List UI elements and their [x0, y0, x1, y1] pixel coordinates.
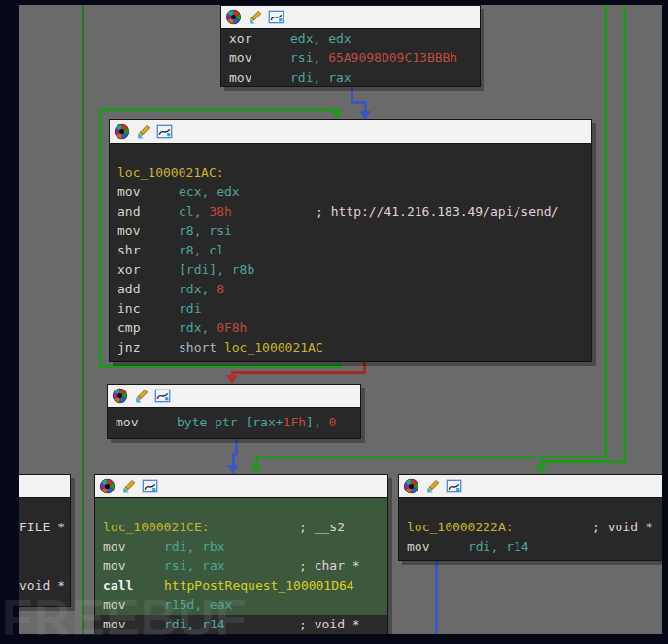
chart-frame-icon[interactable]	[142, 478, 158, 494]
edge-segment	[82, 5, 84, 634]
node-titlebar[interactable]	[221, 6, 480, 29]
asm-operand: ecx, edx	[179, 185, 240, 199]
node-titlebar[interactable]	[95, 475, 387, 498]
asm-mnemonic: and	[117, 202, 179, 221]
color-wheel-icon[interactable]	[403, 478, 419, 494]
asm-line[interactable]: andcl, 38h; http://41.216.183.49/api/sen…	[110, 202, 591, 221]
asm-operand: 8	[217, 282, 224, 296]
edge-segment	[232, 453, 235, 465]
asm-mnemonic: mov	[117, 221, 179, 241]
basic-block-terminate-string[interactable]: movbyte ptr [rax+1Fh], 0	[107, 384, 361, 439]
asm-line[interactable]: movrdi, rax	[221, 68, 480, 87]
asm-line[interactable]: addrdx, 8	[110, 280, 591, 299]
asm-operand: ],	[306, 415, 328, 429]
asm-operand: 0	[329, 415, 337, 429]
edit-icon[interactable]	[247, 9, 263, 25]
asm-comment: ; void *	[299, 615, 360, 634]
node-titlebar[interactable]	[110, 120, 591, 144]
edit-icon[interactable]	[424, 478, 441, 494]
asm-mnemonic: xor	[229, 29, 290, 49]
asm-line[interactable]	[11, 557, 70, 576]
edge-segment	[435, 561, 438, 634]
edge-segment	[540, 460, 625, 463]
asm-mnemonic: inc	[117, 299, 179, 319]
asm-line[interactable]: movrdi, r14	[399, 537, 667, 557]
color-wheel-icon[interactable]	[99, 478, 116, 494]
color-wheel-icon[interactable]	[114, 123, 130, 140]
asm-line[interactable]	[399, 498, 667, 518]
chart-frame-icon[interactable]	[154, 388, 171, 404]
node-titlebar[interactable]	[11, 475, 70, 498]
asm-line[interactable]: cmprdx, 0F8h	[110, 319, 591, 338]
asm-line[interactable]: xoredx, edx	[221, 29, 480, 49]
asm-operand: byte ptr [rax+	[177, 415, 284, 429]
asm-line[interactable]: loc_1000021CE:; __s2	[95, 518, 387, 537]
asm-mnemonic: jnz	[117, 338, 179, 357]
asm-line[interactable]: jnzshort loc_1000021AC	[110, 338, 591, 357]
asm-operand: loc_1000021AC	[224, 340, 323, 355]
asm-line[interactable]: movr15d, eax	[95, 595, 387, 615]
asm-line[interactable]: loc_10000222A:; void *	[399, 518, 667, 537]
asm-mnemonic: call	[103, 576, 164, 595]
asm-mnemonic: mov	[407, 537, 468, 557]
asm-line[interactable]: xor[rdi], r8b	[110, 260, 591, 280]
asm-line[interactable]: movrdi, r14; void *	[95, 615, 387, 634]
asm-line[interactable]: movrsi, rax; char *	[95, 557, 387, 576]
asm-line[interactable]: shrr8, cl	[110, 241, 591, 260]
asm-line[interactable]: FILE *	[11, 518, 70, 537]
asm-line[interactable]: movr8, rsi	[110, 221, 591, 241]
node-titlebar[interactable]	[399, 475, 667, 498]
chart-frame-icon[interactable]	[156, 123, 173, 140]
node-body: loc_10000222A:; void *movrdi, r14	[399, 498, 667, 557]
basic-block-decode-loop[interactable]: loc_1000021AC:movecx, edxandcl, 38h; htt…	[109, 119, 592, 362]
asm-line[interactable]: movrsi, 65A9098D09C13BBBh	[221, 49, 480, 68]
edit-icon[interactable]	[135, 123, 151, 140]
asm-mnemonic: mov	[103, 537, 164, 557]
edge-arrow	[250, 465, 262, 474]
asm-mnemonic: cmp	[117, 319, 179, 338]
edge-segment	[604, 5, 607, 458]
color-wheel-icon[interactable]	[112, 388, 128, 404]
edit-icon[interactable]	[133, 388, 150, 404]
edge-segment	[255, 456, 258, 465]
asm-line[interactable]: loc_1000021AC:	[110, 163, 591, 183]
asm-line[interactable]: movrdi, rbx	[95, 537, 387, 557]
edge-segment	[99, 108, 102, 368]
asm-operand: rdi, r14	[164, 617, 225, 631]
asm-operand: rdi	[179, 301, 201, 316]
asm-line[interactable]	[11, 537, 70, 557]
chart-frame-icon[interactable]	[268, 9, 284, 25]
color-wheel-icon[interactable]	[225, 9, 242, 25]
asm-mnemonic: mov	[103, 615, 164, 634]
basic-block-xor-seed[interactable]: xoredx, edxmovrsi, 65A9098D09C13BBBhmovr…	[220, 5, 481, 87]
asm-mnemonic: add	[117, 280, 179, 299]
node-body: loc_1000021AC:movecx, edxandcl, 38h; htt…	[110, 144, 591, 357]
asm-operand: rsi, rax	[164, 559, 225, 573]
basic-block-free-path[interactable]: loc_10000222A:; void *movrdi, r14	[398, 474, 668, 561]
asm-line[interactable]: void *	[11, 576, 70, 595]
asm-line[interactable]	[95, 498, 387, 518]
edge-segment	[99, 365, 341, 368]
asm-line[interactable]: callhttpPostRequest_100001D64	[95, 576, 387, 595]
asm-operand: 1Fh	[284, 415, 306, 429]
chart-frame-icon[interactable]	[446, 478, 462, 494]
asm-line[interactable]: movbyte ptr [rax+1Fh], 0	[108, 413, 360, 432]
asm-operand: 65A9098D09C13BBBh	[328, 51, 457, 65]
node-body: movbyte ptr [rax+1Fh], 0	[108, 408, 360, 432]
asm-operand: rdi, rbx	[164, 539, 225, 554]
basic-block-http-post-selected[interactable]: loc_1000021CE:; __s2movrdi, rbxmovrsi, r…	[94, 474, 388, 639]
asm-line[interactable]: movecx, edx	[110, 183, 591, 202]
asm-operand: 38h	[209, 204, 231, 219]
edge-arrow	[535, 465, 547, 474]
graph-view-canvas[interactable]: xoredx, edxmovrsi, 65A9098D09C13BBBhmovr…	[0, 0, 668, 644]
node-titlebar[interactable]	[108, 385, 360, 408]
asm-line[interactable]	[11, 498, 70, 518]
asm-operand: rdi, rax	[290, 70, 351, 85]
asm-mnemonic: mov	[116, 413, 177, 432]
asm-line[interactable]	[110, 144, 591, 163]
asm-line[interactable]: incrdi	[110, 299, 591, 319]
frame-border-right	[662, 0, 668, 644]
edit-icon[interactable]	[120, 478, 137, 494]
asm-operand: r8, rsi	[179, 223, 232, 238]
asm-comment: ; void *	[592, 518, 653, 537]
